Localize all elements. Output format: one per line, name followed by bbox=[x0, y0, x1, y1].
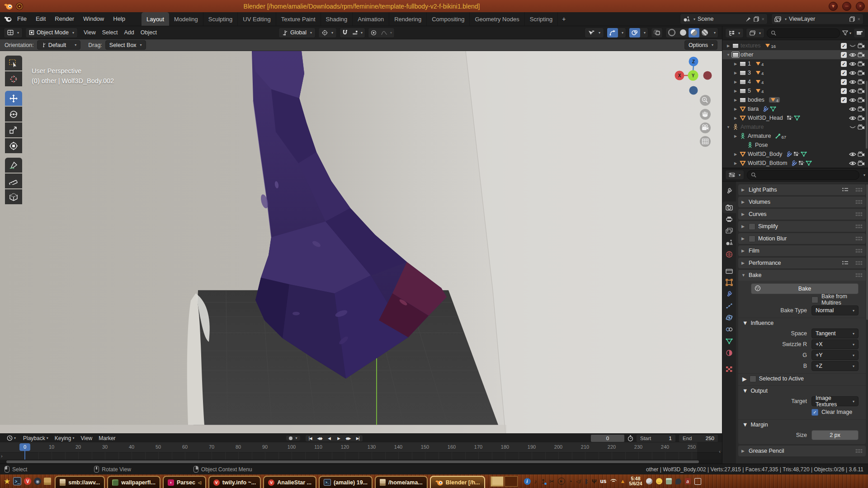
panel-performance[interactable]: ▶ Performance bbox=[738, 258, 866, 268]
panel-drag-grip[interactable] bbox=[855, 212, 863, 216]
render-toggle[interactable] bbox=[857, 43, 865, 48]
mode-dropdown[interactable]: Object Mode ▾ bbox=[25, 28, 78, 38]
menu-help[interactable]: Help bbox=[108, 12, 130, 26]
vertex-group-icon[interactable] bbox=[801, 151, 807, 157]
modifier-wrench-icon[interactable] bbox=[762, 106, 769, 112]
frame-start-field[interactable]: Start 1 bbox=[636, 434, 676, 442]
outliner-row-wolf3d-body[interactable]: ▶ Wolf3D_Body bbox=[722, 150, 868, 159]
influence-b-dropdown[interactable]: +Z▾ bbox=[811, 361, 859, 371]
workspace-tab-modeling[interactable]: Modeling bbox=[169, 12, 203, 26]
gizmos-toggle[interactable] bbox=[607, 28, 618, 38]
output-target-dropdown[interactable]: Image Textures▾ bbox=[811, 396, 859, 406]
taskbar-window-blender-h-[interactable]: Blender [/h... bbox=[430, 476, 485, 488]
tray-emoji-icon[interactable]: ◡ bbox=[656, 478, 662, 484]
hide-toggle[interactable] bbox=[848, 61, 857, 66]
influence-space-dropdown[interactable]: Tangent▾ bbox=[811, 328, 859, 338]
tray-bluetooth-icon[interactable]: ᛒ bbox=[585, 478, 588, 485]
next-keyframe-button[interactable]: ◆▶ bbox=[344, 435, 353, 441]
disclosure-triangle[interactable]: ▶ bbox=[732, 116, 739, 120]
disclosure-triangle[interactable]: ▼ bbox=[725, 125, 731, 129]
shapekey-grid-icon[interactable] bbox=[793, 151, 799, 157]
modifier-wrench-icon[interactable] bbox=[786, 151, 792, 157]
margin-size-slider[interactable]: 2 px bbox=[811, 430, 859, 440]
hide-toggle[interactable] bbox=[848, 89, 857, 94]
play-button[interactable]: ▶ bbox=[334, 435, 344, 441]
shading-rendered-button[interactable] bbox=[699, 28, 710, 38]
outliner-row-armature[interactable]: ▶ Armature 67 bbox=[722, 131, 868, 141]
jump-to-start-button[interactable]: |◀ bbox=[306, 435, 315, 441]
shapekey-grid-icon[interactable] bbox=[798, 160, 804, 166]
new-collection-button[interactable] bbox=[854, 28, 865, 38]
timeline-menu-view[interactable]: View bbox=[77, 435, 95, 441]
disclosure-triangle[interactable]: ▶ bbox=[732, 152, 739, 156]
tool-select-box[interactable] bbox=[5, 56, 22, 70]
proportional-falloff-dropdown[interactable]: ▾ bbox=[379, 28, 394, 38]
tray-apache-icon[interactable]: a bbox=[685, 478, 691, 484]
outliner-filter-button[interactable]: ▾ bbox=[842, 30, 851, 36]
timeline-editor-type-button[interactable]: ▾ bbox=[4, 435, 19, 441]
properties-tab-tool[interactable] bbox=[722, 185, 736, 197]
render-toggle[interactable] bbox=[857, 52, 865, 57]
unlink-scene-icon[interactable]: × bbox=[762, 16, 764, 22]
properties-tab-texture[interactable] bbox=[722, 363, 736, 375]
properties-options-dropdown[interactable]: ▾ bbox=[863, 173, 865, 177]
preset-list-icon[interactable] bbox=[842, 260, 849, 266]
properties-tab-view-layer[interactable] bbox=[722, 225, 736, 237]
hide-toggle[interactable] bbox=[848, 125, 857, 130]
properties-tab-world[interactable] bbox=[722, 249, 736, 260]
outliner-filter-display-button[interactable]: ▾ bbox=[746, 28, 764, 38]
bake-from-multires-checkbox[interactable]: ✓ bbox=[811, 296, 818, 303]
hide-toggle[interactable] bbox=[848, 116, 857, 121]
tray-calculator-icon[interactable] bbox=[666, 478, 672, 484]
files-launcher-icon[interactable] bbox=[44, 478, 51, 485]
bake-button[interactable]: Bake bbox=[751, 283, 859, 294]
workspace-tab-scripting[interactable]: Scripting bbox=[525, 12, 558, 26]
hide-toggle[interactable] bbox=[848, 98, 857, 103]
panel-drag-grip[interactable] bbox=[855, 236, 863, 241]
orientation-default-dropdown[interactable]: Default ▾ bbox=[37, 40, 81, 50]
render-toggle[interactable] bbox=[857, 97, 865, 103]
hide-toggle[interactable] bbox=[848, 161, 857, 166]
disclosure-triangle[interactable]: ▶ bbox=[732, 62, 739, 66]
panel-drag-grip[interactable] bbox=[855, 224, 863, 229]
tool-transform[interactable] bbox=[5, 138, 22, 153]
outliner-search-input[interactable] bbox=[767, 28, 840, 38]
disclosure-triangle[interactable]: ▶ bbox=[732, 98, 739, 102]
outliner-row-3[interactable]: ▶ 3 4✓ bbox=[722, 68, 868, 77]
selectability-checkbox[interactable]: ✓ bbox=[841, 61, 847, 67]
panel-drag-grip[interactable] bbox=[855, 188, 863, 192]
panel-curves[interactable]: ▶ Curves bbox=[738, 209, 866, 220]
panel-checkbox[interactable]: ✓ bbox=[749, 223, 755, 230]
viewport-menu-add[interactable]: Add bbox=[121, 29, 137, 36]
scene-selector[interactable]: ▾ Scene × bbox=[680, 14, 768, 24]
tool-cursor[interactable] bbox=[5, 71, 22, 86]
outliner-row-wolf3d-head[interactable]: ▶ Wolf3D_Head bbox=[722, 113, 868, 122]
viewlayer-selector[interactable]: ▾ ViewLayer × bbox=[771, 14, 863, 24]
timeline-expand-icon[interactable]: › bbox=[1, 453, 3, 459]
tray-window-icon[interactable] bbox=[694, 478, 701, 485]
pin-icon[interactable] bbox=[746, 17, 751, 22]
properties-tab-physics[interactable] bbox=[722, 312, 736, 324]
auto-keying-toggle[interactable]: ▾ bbox=[286, 436, 300, 441]
render-toggle[interactable] bbox=[857, 88, 865, 94]
outliner-row-wolf3d-bottom[interactable]: ▶ Wolf3D_Bottom bbox=[722, 159, 868, 168]
outliner-row-5[interactable]: ▶ 5 4✓ bbox=[722, 86, 868, 95]
taskbar-window--amalie-19-[interactable]: >_(amalie) 19... bbox=[319, 476, 373, 488]
disclosure-triangle[interactable]: ▶ bbox=[732, 134, 739, 138]
outliner-row-4[interactable]: ▶ 4 4✓ bbox=[722, 77, 868, 86]
properties-tab-object-data[interactable] bbox=[722, 335, 736, 347]
render-toggle[interactable] bbox=[857, 124, 865, 130]
taskbar-window-smb-awv-[interactable]: smb://awv... bbox=[55, 476, 105, 488]
render-toggle[interactable] bbox=[857, 70, 865, 75]
taskbar-window--home-ama-[interactable]: /home/ama... bbox=[375, 476, 428, 488]
outliner-row-other[interactable]: ▼ other ✓ bbox=[722, 50, 868, 59]
bake-type-dropdown[interactable]: Normal▾ bbox=[811, 305, 859, 315]
properties-tab-collection[interactable] bbox=[722, 265, 736, 277]
overlays-toggle[interactable] bbox=[629, 28, 640, 38]
properties-tab-render[interactable] bbox=[722, 202, 736, 213]
proportional-editing-toggle[interactable] bbox=[368, 28, 379, 38]
new-viewlayer-icon[interactable] bbox=[849, 16, 855, 22]
properties-tab-constraints[interactable] bbox=[722, 324, 736, 335]
properties-search-input[interactable] bbox=[747, 170, 859, 180]
tool-rotate[interactable] bbox=[5, 107, 22, 122]
